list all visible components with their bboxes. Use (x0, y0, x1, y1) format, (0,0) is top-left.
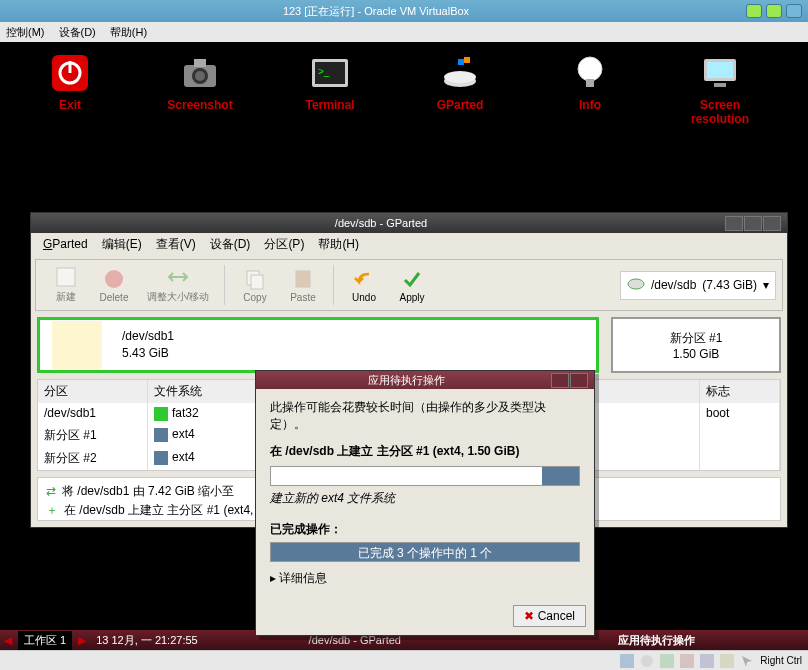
col-filesystem[interactable]: 文件系统 (148, 380, 268, 403)
left-arrow-icon[interactable]: ◀ (0, 634, 16, 647)
menu-gparted[interactable]: GGPartedParted (39, 235, 92, 253)
virtualbox-titlebar: 123 [正在运行] - Oracle VM VirtualBox (0, 0, 808, 22)
display-icon[interactable] (720, 654, 734, 668)
vb-maximize-button[interactable] (766, 4, 782, 18)
partition-block-new[interactable]: 新分区 #1 1.50 GiB (611, 317, 781, 373)
window-minimize-button[interactable] (725, 216, 743, 231)
usb-icon[interactable] (680, 654, 694, 668)
svg-point-5 (195, 71, 205, 81)
tool-resize[interactable]: 调整大小/移动 (138, 266, 218, 304)
svg-point-11 (444, 71, 476, 83)
tool-label: Apply (399, 292, 424, 303)
svg-rect-17 (707, 62, 733, 78)
operation-progress-bar (270, 466, 580, 486)
vb-menu-device[interactable]: 设备(D) (59, 25, 96, 40)
menu-partition[interactable]: 分区(P) (260, 234, 308, 255)
clock[interactable]: 13 12月, 一 21:27:55 (90, 631, 204, 650)
svg-rect-22 (251, 275, 263, 289)
svg-rect-27 (660, 654, 674, 668)
vb-menu-control[interactable]: 控制(M) (6, 25, 45, 40)
partition-block-main[interactable]: /dev/sdb1 5.43 GiB (37, 317, 599, 373)
camera-icon (179, 52, 221, 94)
tool-label: Paste (290, 292, 316, 303)
tool-delete[interactable]: Delete (90, 268, 138, 303)
vb-minimize-button[interactable] (746, 4, 762, 18)
device-name: /dev/sdb (651, 278, 696, 292)
partition-name: /dev/sdb1 (122, 328, 174, 345)
menu-help[interactable]: 帮助(H) (314, 234, 363, 255)
col-partition[interactable]: 分区 (38, 380, 148, 403)
tool-label: Copy (243, 292, 266, 303)
shared-icon[interactable] (700, 654, 714, 668)
desktop-icon-exit[interactable]: Exit (20, 52, 120, 126)
current-operation: 在 /dev/sdb 上建立 主分区 #1 (ext4, 1.50 GiB) (270, 443, 580, 460)
vb-menu-help[interactable]: 帮助(H) (110, 25, 147, 40)
vb-close-button[interactable] (786, 4, 802, 18)
col-flags[interactable]: 标志 (700, 380, 780, 403)
tool-label: Delete (100, 292, 129, 303)
tool-paste[interactable]: Paste (279, 268, 327, 303)
terminal-icon: >_ (309, 52, 351, 94)
tool-label: Undo (352, 292, 376, 303)
desktop-icon-resolution[interactable]: Screen resolution (670, 52, 770, 126)
resize-icon (167, 266, 189, 288)
net-icon[interactable] (660, 654, 674, 668)
desktop-icon-screenshot[interactable]: Screenshot (150, 52, 250, 126)
device-size: (7.43 GiB) (702, 278, 757, 292)
details-expander[interactable]: ▸ 详细信息 (270, 570, 580, 587)
desktop-icon-label: Info (579, 98, 601, 112)
svg-rect-19 (57, 268, 75, 286)
host-key: Right Ctrl (760, 655, 802, 666)
menu-edit[interactable]: 编辑(E) (98, 234, 146, 255)
partition-size: 5.43 GiB (122, 345, 174, 362)
tool-copy[interactable]: Copy (231, 268, 279, 303)
disk-icon (439, 52, 481, 94)
desktop-icon-info[interactable]: Info (540, 52, 640, 126)
bulb-icon (569, 52, 611, 94)
tool-undo[interactable]: Undo (340, 268, 388, 303)
window-close-button[interactable] (763, 216, 781, 231)
desktop-icon-gparted[interactable]: GParted (410, 52, 510, 126)
copy-icon (244, 268, 266, 290)
svg-rect-13 (458, 59, 464, 65)
tool-apply[interactable]: Apply (388, 268, 436, 303)
overall-progress-bar: 已完成 3 个操作中的 1 个 (270, 542, 580, 562)
dialog-title: 应用待执行操作 (262, 373, 551, 388)
svg-rect-18 (714, 83, 726, 87)
svg-rect-28 (680, 654, 694, 668)
undo-icon (353, 268, 375, 290)
desktop-icon-terminal[interactable]: >_ Terminal (280, 52, 380, 126)
menu-device[interactable]: 设备(D) (206, 234, 255, 255)
right-arrow-icon[interactable]: ▶ (74, 634, 90, 647)
gparted-titlebar[interactable]: /dev/sdb - GParted (31, 213, 787, 233)
tool-label: 新建 (56, 290, 76, 304)
dialog-minimize-button[interactable] (551, 373, 569, 388)
dialog-message: 此操作可能会花费较长时间（由操作的多少及类型决定）。 (270, 399, 580, 433)
virtualbox-statusbar: Right Ctrl (0, 650, 808, 670)
workspace-label[interactable]: 工作区 1 (18, 631, 72, 650)
svg-rect-30 (720, 654, 734, 668)
vb-title: 123 [正在运行] - Oracle VM VirtualBox (6, 4, 746, 19)
operation-sub: 建立新的 ext4 文件系统 (270, 490, 580, 507)
tool-new[interactable]: 新建 (42, 266, 90, 304)
desktop-icon-label: Exit (59, 98, 81, 112)
apply-operations-dialog: 应用待执行操作 此操作可能会花费较长时间（由操作的多少及类型决定）。 在 /de… (255, 370, 595, 636)
window-maximize-button[interactable] (744, 216, 762, 231)
svg-point-24 (628, 279, 644, 289)
dialog-titlebar[interactable]: 应用待执行操作 (256, 371, 594, 389)
resize-icon: ⇄ (46, 484, 56, 498)
cancel-button[interactable]: ✖ Cancel (513, 605, 586, 627)
cd-icon[interactable] (640, 654, 654, 668)
chevron-down-icon: ▾ (763, 278, 769, 292)
partition-used-bar (52, 321, 102, 369)
hdd-icon[interactable] (620, 654, 634, 668)
desktop-icon-label: Terminal (305, 98, 354, 112)
svg-point-20 (105, 270, 123, 288)
dialog-close-button[interactable] (570, 373, 588, 388)
mouse-icon[interactable] (740, 654, 754, 668)
virtualbox-menubar: 控制(M) 设备(D) 帮助(H) (0, 22, 808, 42)
menu-view[interactable]: 查看(V) (152, 234, 200, 255)
tool-label: 调整大小/移动 (147, 290, 210, 304)
device-selector[interactable]: /dev/sdb (7.43 GiB) ▾ (620, 271, 776, 300)
desktop-icon-label: Screen resolution (670, 98, 770, 126)
